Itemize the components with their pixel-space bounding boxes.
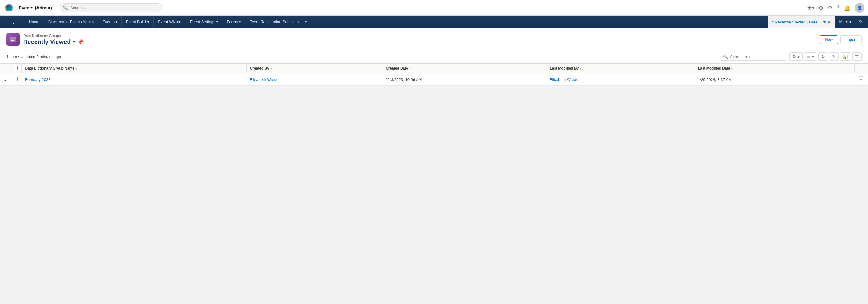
nav-home[interactable]: Home: [25, 15, 44, 28]
row-checkbox[interactable]: [14, 77, 18, 81]
col-last-modified-date-header[interactable]: Last Modified Date ▾: [694, 64, 855, 73]
list-toolbar: 1 item • Updated 2 minutes ago 🔍 ⚙ ▾ ☰ ▾…: [0, 50, 868, 64]
table-header-row: Data Dictionary Group Name ▾ Created By …: [0, 64, 868, 73]
data-table: Data Dictionary Group Name ▾ Created By …: [0, 64, 868, 86]
search-icon: 🔍: [63, 5, 68, 10]
row-created-by-cell: Elisabeth Wrede: [246, 73, 382, 86]
row-checkbox-cell[interactable]: [10, 73, 22, 86]
active-tab-close[interactable]: ✕: [827, 20, 830, 24]
row-name-link[interactable]: February 2023: [25, 77, 51, 82]
refresh-button[interactable]: ↻: [818, 53, 828, 61]
list-header-text: Data Dictionary Groups Recently Viewed ▾…: [23, 34, 820, 45]
list-search[interactable]: 🔍: [721, 53, 787, 61]
row-num-header: [0, 64, 10, 73]
favorites-icon[interactable]: ★▾: [807, 4, 815, 11]
row-action-cell[interactable]: ▾: [855, 73, 868, 86]
svg-rect-4: [11, 39, 15, 39]
toolbar-icons: ⚙ ▾ ☰ ▾ ↻ ✎ 📊 ▽: [789, 53, 862, 61]
app-name: Events (Admin): [19, 5, 52, 10]
active-tab-label: * Recently Viewed | Data ...: [772, 20, 822, 24]
more-label: More: [839, 20, 848, 24]
row-last-modified-by-link[interactable]: Elisabeth Wrede: [550, 77, 578, 82]
list-view-icon: [6, 33, 20, 46]
col-last-modified-by-header[interactable]: Last Modified By ▾: [546, 64, 694, 73]
action-col-header: [855, 64, 868, 73]
active-tab-chevron[interactable]: ▾: [824, 20, 826, 24]
list-header: Data Dictionary Groups Recently Viewed ▾…: [0, 28, 868, 50]
list-count: 1 item • Updated 2 minutes ago: [6, 55, 718, 59]
chevron-down-icon-3: ▾: [239, 20, 241, 24]
list-view-container: Data Dictionary Groups Recently Viewed ▾…: [0, 28, 868, 86]
list-search-icon: 🔍: [723, 55, 728, 59]
help-icon[interactable]: ?: [837, 4, 840, 11]
row-number: 1: [0, 73, 10, 86]
list-title: Recently Viewed ▾ 📌: [23, 38, 820, 45]
list-title-chevron[interactable]: ▾: [73, 39, 75, 44]
nav-forms[interactable]: Forms ▾: [222, 15, 245, 28]
filter-button[interactable]: ▽: [852, 53, 862, 61]
nav-event-settings[interactable]: Event Settings ▾: [186, 15, 223, 28]
col-created-date-header[interactable]: Created Date ▾: [382, 64, 546, 73]
search-input[interactable]: [60, 3, 162, 12]
new-button[interactable]: New: [820, 35, 838, 44]
active-tab[interactable]: * Recently Viewed | Data ... ▾ ✕: [768, 15, 835, 28]
nav-event-builder[interactable]: Event Builder: [122, 15, 154, 28]
tab-bar-left: ⋮⋮⋮ Home Blackthorn | Events Admin Event…: [2, 15, 311, 28]
app-logo[interactable]: [4, 2, 14, 13]
import-button[interactable]: Import: [840, 35, 862, 44]
setup-icon[interactable]: ⚙: [828, 4, 832, 11]
top-nav: Events (Admin) 🔍 ★▾ ⊕ ⚙ ? 🔔 👤: [0, 0, 868, 15]
col-name-header[interactable]: Data Dictionary Group Name ▾: [22, 64, 246, 73]
row-last-modified-by-cell: Elisabeth Wrede: [546, 73, 694, 86]
chevron-down-icon: ▾: [116, 20, 117, 24]
chevron-down-icon-4: ▾: [305, 20, 307, 24]
list-header-actions: New Import: [820, 35, 862, 44]
settings-icon-button[interactable]: ⚙ ▾: [789, 53, 803, 61]
svg-rect-3: [11, 38, 15, 38]
table-row: 1 February 2023 Elisabeth Wrede 2/13/202…: [0, 73, 868, 86]
sort-icon-last-modified-date: ▾: [731, 67, 733, 70]
nav-icons: ★▾ ⊕ ⚙ ? 🔔 👤: [807, 3, 864, 13]
notifications-icon[interactable]: 🔔: [844, 4, 850, 11]
nav-blackthorn[interactable]: Blackthorn | Events Admin: [44, 15, 98, 28]
row-name-cell: February 2023: [22, 73, 246, 86]
row-last-modified-date-cell: 1/29/2024, 8:37 AM: [694, 73, 855, 86]
sort-icon-created-date: ▾: [409, 67, 411, 70]
svg-point-1: [6, 5, 9, 8]
sort-icon-name: ▾: [76, 67, 77, 70]
sort-icon-created-by: ▾: [270, 67, 272, 70]
select-all-checkbox[interactable]: [14, 66, 18, 70]
more-chevron: ▾: [849, 20, 851, 24]
row-created-date-cell: 2/13/2023, 10:06 AM: [382, 73, 546, 86]
chart-button[interactable]: 📊: [840, 53, 851, 61]
edit-columns-button[interactable]: ✎: [829, 53, 839, 61]
pin-icon[interactable]: 📌: [78, 39, 84, 45]
chevron-down-icon-2: ▾: [216, 20, 218, 24]
nav-event-wizard[interactable]: Event Wizard: [154, 15, 186, 28]
list-search-input[interactable]: [721, 53, 787, 61]
setup-plus-icon[interactable]: ⊕: [819, 4, 824, 11]
row-created-by-link[interactable]: Elisabeth Wrede: [250, 77, 278, 82]
nav-events[interactable]: Events ▾: [98, 15, 122, 28]
sort-icon-last-modified-by: ▾: [580, 67, 581, 70]
tab-bar: ⋮⋮⋮ Home Blackthorn | Events Admin Event…: [0, 15, 868, 28]
col-created-by-header[interactable]: Created By ▾: [246, 64, 382, 73]
svg-rect-5: [11, 40, 14, 41]
row-action-button[interactable]: ▾: [858, 76, 864, 82]
main-content: Data Dictionary Groups Recently Viewed ▾…: [0, 28, 868, 304]
checkbox-header[interactable]: [10, 64, 22, 73]
edit-page-icon[interactable]: ✎: [856, 15, 866, 28]
more-tab[interactable]: More ▾: [835, 15, 856, 28]
avatar[interactable]: 👤: [855, 3, 864, 13]
app-launcher-icon[interactable]: ⋮⋮⋮: [2, 15, 25, 28]
tab-bar-right: * Recently Viewed | Data ... ▾ ✕ More ▾ …: [768, 15, 866, 28]
list-view-toggle-button[interactable]: ☰ ▾: [804, 53, 817, 61]
global-search[interactable]: 🔍: [60, 3, 162, 12]
list-subtitle: Data Dictionary Groups: [23, 34, 820, 38]
nav-event-registration[interactable]: Event Registration Submissio... ▾: [245, 15, 311, 28]
